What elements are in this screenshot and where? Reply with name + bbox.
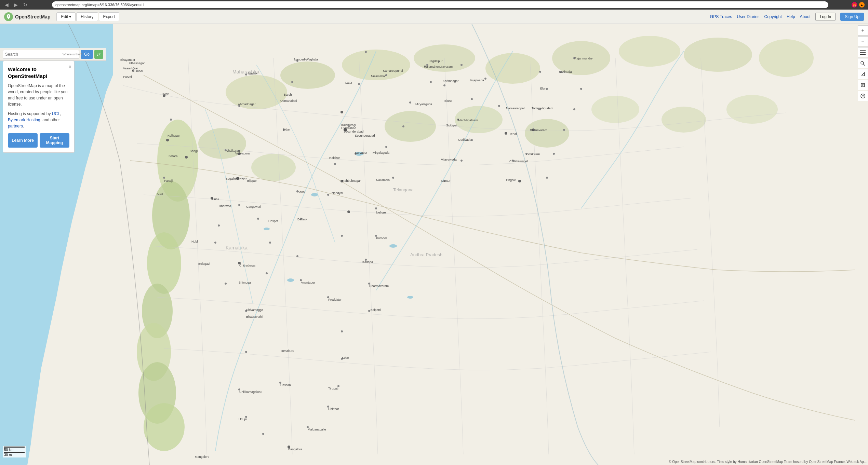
back-button[interactable]: ◀ [3, 1, 10, 8]
browser-extension-icons: 🦊 ▲ [852, 2, 865, 8]
gps-traces-link[interactable]: GPS Traces [710, 14, 732, 19]
forward-button[interactable]: ▶ [13, 1, 19, 8]
address-bar[interactable]: openstreetmap.org/#map=8/16.336/76.503&l… [52, 1, 828, 8]
copyright-link[interactable]: Copyright [764, 14, 782, 19]
extension-icon: ▲ [859, 2, 865, 8]
osm-logo-icon [4, 12, 13, 21]
user-diaries-link[interactable]: User Diaries [737, 14, 760, 19]
browser-chrome: ◀ ▶ ↻ openstreetmap.org/#map=8/16.336/76… [0, 0, 868, 10]
firefox-icon: 🦊 [852, 2, 857, 8]
url-text: openstreetmap.org/#map=8/16.336/76.503&l… [55, 3, 144, 7]
osm-nav: Edit ▾ History Export [56, 12, 119, 21]
help-link[interactable]: Help [787, 14, 795, 19]
export-button[interactable]: Export [99, 12, 120, 21]
login-button[interactable]: Log In [815, 13, 836, 21]
osm-logo-text: OpenStreetMap [15, 14, 50, 19]
history-button[interactable]: History [76, 12, 98, 21]
about-link[interactable]: About [800, 14, 811, 19]
osm-header-right: GPS Traces User Diaries Copyright Help A… [710, 13, 864, 21]
edit-button[interactable]: Edit ▾ [56, 12, 76, 21]
osm-logo[interactable]: OpenStreetMap [4, 12, 50, 21]
signup-button[interactable]: Sign Up [840, 13, 864, 21]
osm-header: OpenStreetMap Edit ▾ History Export GPS … [0, 10, 868, 24]
reload-button[interactable]: ↻ [22, 1, 29, 8]
